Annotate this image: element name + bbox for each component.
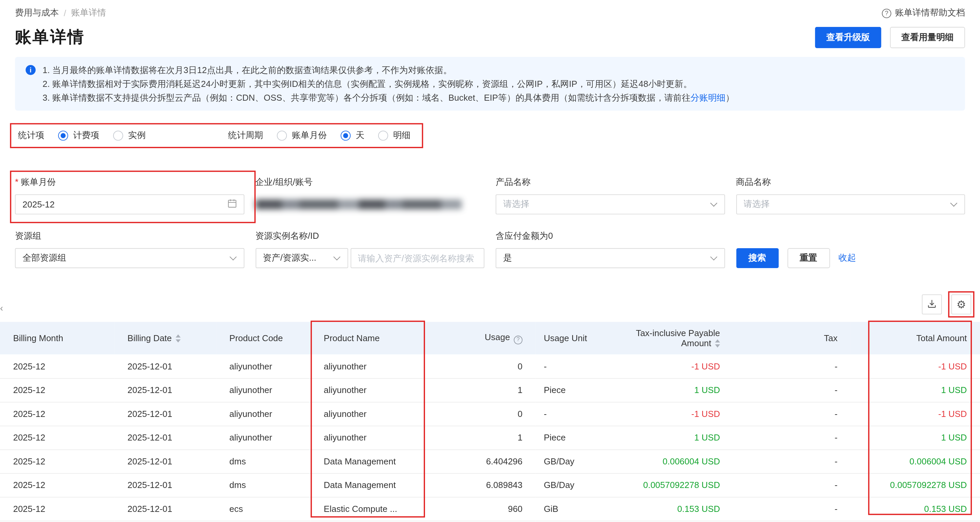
redacted-blur	[255, 199, 461, 210]
required-star: *	[15, 177, 19, 187]
cell-usage-unit: Piece	[536, 378, 616, 402]
product-name-select[interactable]: 请选择	[496, 194, 725, 214]
table-row: 2025-12 2025-12-01 dms Data Management 6…	[0, 449, 980, 473]
cell-product-name: aliyunother	[310, 354, 425, 378]
notice-line-1: 1. 当月最终的账单详情数据将在次月3日12点出具，在此之前的数据查询结果仅供参…	[43, 63, 955, 77]
cell-billing-date: 2025-12-01	[115, 449, 216, 473]
help-doc-link[interactable]: ? 账单详情帮助文档	[882, 7, 965, 19]
cell-usage-unit: -	[536, 402, 616, 426]
cell-total-amount: 1 USD	[851, 426, 980, 450]
cell-tax: -	[733, 402, 851, 426]
field-account: 企业/组织/账号	[255, 177, 484, 214]
cell-billing-month: 2025-12	[0, 354, 115, 378]
radio-instance[interactable]: 实例	[113, 130, 146, 141]
cell-tax: -	[733, 497, 851, 520]
column-settings-button[interactable]: ⚙	[951, 294, 971, 314]
notice-line-2: 2. 账单详情数据相对于实际费用消耗延迟24小时更新，其中实例ID相关的信息（实…	[43, 77, 955, 91]
field-zero-amount: 含应付金额为0 是	[496, 231, 725, 268]
zero-amount-select[interactable]: 是	[496, 248, 725, 268]
split-bill-link[interactable]: 分账明细	[690, 92, 725, 103]
billing-table: Billing Month Billing Date Product Code …	[0, 322, 980, 521]
col-payable-amount[interactable]: Tax-inclusive Payable Amount	[616, 322, 733, 355]
view-usage-detail-button[interactable]: 查看用量明细	[890, 27, 965, 48]
cell-usage-unit: GB/Day	[536, 449, 616, 473]
breadcrumb-bill-detail: 账单详情	[71, 7, 106, 19]
cell-product-code: dms	[216, 449, 310, 473]
radio-day[interactable]: 天	[340, 130, 364, 141]
col-product-code: Product Code	[216, 322, 310, 355]
resource-group-select[interactable]: 全部资源组	[15, 248, 244, 268]
resource-group-label: 资源组	[15, 231, 244, 243]
radio-selected-icon	[58, 130, 68, 141]
billing-month-input[interactable]: 2025-12	[15, 194, 244, 214]
view-upgraded-version-button[interactable]: 查看升级版	[815, 27, 881, 48]
calendar-icon	[228, 199, 237, 210]
annotation-box-settings: ⚙	[948, 291, 974, 318]
usage-info-icon[interactable]: ?	[514, 336, 523, 344]
cell-product-code: aliyunother	[216, 354, 310, 378]
cell-usage: 6.089843	[425, 473, 536, 497]
filter-form: *账单月份 2025-12 企业/组织/账号 产品名称 请选择	[15, 177, 965, 268]
radio-billing-item[interactable]: 计费项	[58, 130, 99, 141]
field-resource-group: 资源组 全部资源组	[15, 231, 244, 268]
col-tax: Tax	[733, 322, 851, 355]
stat-period-label: 统计周期	[228, 130, 263, 141]
notice-banner: i 1. 当月最终的账单详情数据将在次月3日12点出具，在此之前的数据查询结果仅…	[15, 57, 965, 111]
resource-instance-type-select[interactable]: 资产/资源实...	[255, 248, 348, 268]
radio-detail[interactable]: 明细	[378, 130, 411, 141]
col-billing-date[interactable]: Billing Date	[115, 322, 216, 355]
info-icon: i	[25, 65, 36, 75]
chevron-down-icon	[710, 200, 717, 207]
cell-product-name: aliyunother	[310, 426, 425, 450]
account-value-redacted	[255, 194, 484, 214]
cell-tax: -	[733, 378, 851, 402]
cell-tax: -	[733, 473, 851, 497]
cell-usage: 960	[425, 497, 536, 520]
field-billing-month: *账单月份 2025-12	[15, 177, 244, 214]
cell-tax: -	[733, 426, 851, 450]
table-header-row: Billing Month Billing Date Product Code …	[0, 322, 980, 355]
cell-total-amount: -1 USD	[851, 354, 980, 378]
table-toolbar: ⚙	[15, 294, 972, 314]
question-circle-icon: ?	[882, 8, 891, 18]
radio-billing-month[interactable]: 账单月份	[277, 130, 327, 141]
download-button[interactable]	[922, 294, 942, 314]
title-actions: 查看升级版 查看用量明细	[815, 27, 965, 48]
resource-instance-search-input[interactable]	[350, 248, 484, 268]
breadcrumb-cost-center[interactable]: 费用与成本	[15, 7, 59, 19]
cell-billing-date: 2025-12-01	[115, 402, 216, 426]
collapse-filters-link[interactable]: 收起	[838, 253, 856, 264]
product-name-label: 产品名称	[496, 177, 725, 189]
download-icon	[927, 298, 937, 310]
table-row: 2025-12 2025-12-01 dms Data Management 6…	[0, 473, 980, 497]
cell-usage: 0	[425, 402, 536, 426]
breadcrumb: 费用与成本 / 账单详情	[15, 7, 107, 19]
reset-button[interactable]: 重置	[788, 248, 830, 268]
gear-icon: ⚙	[956, 299, 966, 310]
notice-line-3: 3. 账单详情数据不支持提供分拆型云产品（例如：CDN、OSS、共享带宽等）各个…	[43, 91, 955, 104]
resource-instance-combo: 资产/资源实...	[255, 248, 484, 268]
sort-icon[interactable]	[715, 339, 720, 348]
commodity-name-select[interactable]: 请选择	[736, 194, 965, 214]
table-row: 2025-12 2025-12-01 aliyunother aliyunoth…	[0, 426, 980, 450]
cell-payable-amount: 0.006004 USD	[616, 449, 733, 473]
page-title: 账单详情	[15, 26, 85, 48]
cell-billing-month: 2025-12	[0, 402, 115, 426]
radio-unselected-icon	[378, 130, 388, 141]
search-button[interactable]: 搜索	[736, 248, 778, 268]
cell-usage: 0	[425, 354, 536, 378]
sidebar-collapse-handle[interactable]: ‹	[0, 299, 9, 316]
cell-usage: 1	[425, 426, 536, 450]
cell-product-code: aliyunother	[216, 378, 310, 402]
stat-options-band: 统计项 计费项 实例 统计周期 账单月份 天 明细	[10, 123, 965, 148]
cell-product-code: aliyunother	[216, 426, 310, 450]
col-billing-month: Billing Month	[0, 322, 115, 355]
field-commodity-name: 商品名称 请选择	[736, 177, 965, 214]
cell-payable-amount: 1 USD	[616, 378, 733, 402]
cell-total-amount: -1 USD	[851, 402, 980, 426]
sort-icon[interactable]	[175, 334, 180, 343]
cell-billing-date: 2025-12-01	[115, 378, 216, 402]
field-resource-instance: 资源实例名称/ID 资产/资源实...	[255, 231, 484, 268]
cell-billing-date: 2025-12-01	[115, 497, 216, 520]
cell-total-amount: 0.153 USD	[851, 497, 980, 520]
